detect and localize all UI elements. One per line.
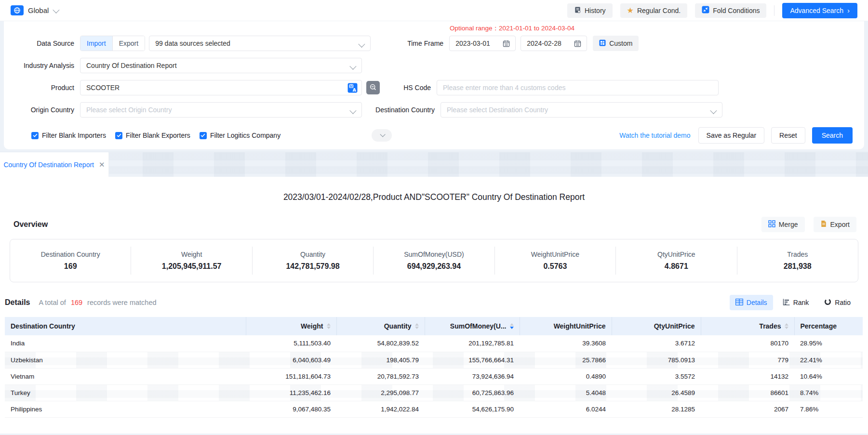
bar-chart-icon [783,299,790,307]
product-label: Product [4,84,80,92]
cell-trades: 14132 [701,368,794,384]
destination-country-select[interactable]: Please select Destination Country [441,102,722,118]
data-sources-select[interactable]: 99 data sources selected [149,36,371,51]
tab-label: Country Of Destination Report [3,161,94,169]
view-rank-button[interactable]: Rank [777,295,815,310]
chevron-down-icon [53,6,60,13]
hs-code-input[interactable] [443,84,712,92]
hs-code-field [437,80,719,95]
stat-value: 142,781,579.98 [256,262,369,271]
advanced-search-button[interactable]: Advanced Search › [782,3,857,18]
filter-blank-importers-label: Filter Blank Importers [42,132,106,139]
tutorial-link[interactable]: Watch the tutorial demo [619,132,690,139]
exclude-keywords-button[interactable] [366,81,380,94]
stat-value: 169 [14,262,127,271]
close-icon[interactable]: ✕ [99,160,105,169]
destination-country-placeholder: Please select Destination Country [447,106,548,114]
search-button[interactable]: Search [812,127,853,144]
checkbox-checked-icon [200,132,207,139]
pie-chart-icon [824,298,831,307]
overview-stat: QtyUnitPrice 4.8671 [615,247,736,275]
calendar-icon [503,40,510,49]
cell-sumofmoney: 60,725,863.96 [425,384,520,401]
region-selector[interactable]: Global [11,5,58,15]
fold-conditions-icon [702,6,709,15]
cell-weightunitprice: 0.4890 [520,368,612,384]
filter-logitics-company-checkbox[interactable]: Filter Logitics Company [200,132,280,139]
cell-country: Uzbekistan [5,352,246,368]
exclude-icon [369,83,377,92]
view-ratio-label: Ratio [835,299,851,306]
matched-suffix: records were matched [87,299,156,306]
star-icon: ★ [627,7,634,14]
stat-label: Weight [135,250,248,258]
cell-sumofmoney: 201,192,785.81 [425,335,520,352]
origin-country-select[interactable]: Please select Origin Country [80,102,362,118]
stat-label: SumOfMoney(USD) [377,250,490,258]
data-source-toggle: Import Export [80,36,145,51]
custom-range-button[interactable]: Custom [593,36,639,51]
table-row[interactable]: Turkey 11,235,462.16 2,295,098.77 60,725… [5,384,863,401]
cell-trades: 80170 [701,335,794,352]
export-toggle[interactable]: Export [112,36,145,51]
cell-qtyunitprice: 28.1285 [612,401,701,417]
cell-country: Vietnam [5,368,246,384]
column-header-weight[interactable]: Weight [246,317,336,335]
cell-weightunitprice: 6.0244 [520,401,612,417]
cell-qtyunitprice: 785.0913 [612,352,701,368]
reset-button[interactable]: Reset [771,127,805,144]
stat-value: 0.5763 [499,262,612,271]
cell-sumofmoney: 155,766,664.31 [425,352,520,368]
date-start-value: 2023-03-01 [455,40,490,47]
industry-analysis-select[interactable]: Country Of Destination Report [80,58,362,73]
table-row[interactable]: Uzbekistan 6,040,603.49 198,405.79 155,7… [5,352,863,368]
sort-icon[interactable] [415,323,419,329]
filter-blank-exporters-checkbox[interactable]: Filter Blank Exporters [115,132,190,139]
data-source-label: Data Source [4,40,80,47]
cell-country: India [5,335,246,352]
overview-stat: SumOfMoney(USD) 694,929,263.94 [373,247,494,275]
date-end-input[interactable]: 2024-02-28 [521,36,587,51]
import-toggle[interactable]: Import [80,36,112,51]
cell-percentage: 10.64% [794,368,863,384]
product-input[interactable] [86,84,342,92]
table-row[interactable]: India 5,111,503.40 54,802,839.52 201,192… [5,335,863,352]
table-row[interactable]: Philippines 9,067,480.35 1,942,022.84 54… [5,401,863,417]
matched-prefix: A total of [39,299,66,306]
view-ratio-button[interactable]: Ratio [818,295,856,310]
cell-trades: 779 [701,352,794,368]
merge-button[interactable]: Merge [761,217,805,232]
sort-icon[interactable] [785,323,788,329]
details-table: Destination Country Weight Quantity SumO… [5,317,863,418]
cell-trades: 86601 [701,384,794,401]
regular-cond-button[interactable]: ★ Regular Cond. [620,3,688,18]
date-end-value: 2024-02-28 [527,40,561,47]
history-button[interactable]: History [567,3,613,18]
column-header-trades[interactable]: Trades [701,317,794,335]
view-details-button[interactable]: Details [730,295,773,310]
save-as-regular-button[interactable]: Save as Regular [698,127,765,144]
table-row[interactable]: Vietnam 151,181,604.73 20,781,592.73 73,… [5,368,863,384]
industry-analysis-label: Industry Analysis [4,62,80,69]
filter-blank-importers-checkbox[interactable]: Filter Blank Importers [31,132,106,139]
column-header-sumofmoney[interactable]: SumOfMoney(U... [425,317,520,335]
tab-country-of-destination-report[interactable]: Country Of Destination Report ✕ [0,152,109,177]
column-header-quantity[interactable]: Quantity [336,317,425,335]
sort-desc-active-icon[interactable] [510,323,514,329]
chevron-down-icon [349,107,356,114]
details-heading: Details [5,298,30,307]
arrow-right-icon: › [847,7,850,14]
svg-text:A: A [353,87,357,92]
tab-bar-empty-area [109,152,868,177]
fold-conditions-button[interactable]: Fold Conditions [695,3,766,18]
date-start-input[interactable]: 2023-03-01 [449,36,516,51]
collapse-conditions-button[interactable] [372,129,392,142]
translate-icon[interactable]: A [347,83,358,94]
overview-card: Destination Country 169 Weight 1,205,945… [10,239,858,282]
export-button[interactable]: Export [814,217,856,232]
stat-label: WeightUnitPrice [499,250,612,258]
sort-icon[interactable] [327,323,331,329]
cell-quantity: 1,942,022.84 [336,401,425,417]
cell-qtyunitprice: 3.5572 [612,368,701,384]
cell-weight: 11,235,462.16 [246,384,336,401]
